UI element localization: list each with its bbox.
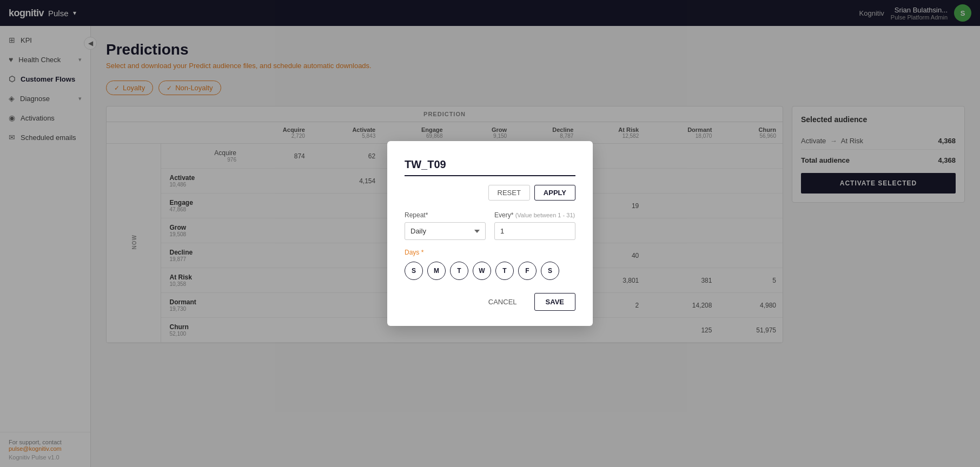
days-section: Days * S M T W T F S [405, 249, 575, 280]
day-button-sun[interactable]: S [405, 262, 423, 280]
apply-button[interactable]: APPLY [534, 185, 575, 201]
every-input[interactable] [494, 222, 575, 240]
day-button-thu[interactable]: T [495, 262, 514, 280]
repeat-select[interactable]: Daily Weekly Monthly [405, 222, 486, 240]
form-group-every: Every* (Value between 1 - 31) [494, 211, 575, 240]
day-button-fri[interactable]: F [518, 262, 537, 280]
days-label: Days * [405, 249, 575, 256]
days-buttons: S M T W T F S [405, 262, 575, 280]
modal-footer: CANCEL SAVE [405, 293, 575, 311]
day-button-wed[interactable]: W [473, 262, 491, 280]
day-button-mon[interactable]: M [427, 262, 446, 280]
reset-button[interactable]: RESET [488, 185, 530, 201]
modal-actions-top: RESET APPLY [405, 185, 575, 201]
form-group-repeat: Repeat* Daily Weekly Monthly [405, 211, 486, 240]
modal-overlay[interactable]: RESET APPLY Repeat* Daily Weekly Monthly… [0, 0, 980, 467]
modal-title-input[interactable] [405, 156, 575, 176]
every-label: Every* (Value between 1 - 31) [494, 211, 575, 219]
save-button[interactable]: SAVE [534, 293, 575, 311]
form-row-repeat-every: Repeat* Daily Weekly Monthly Every* (Val… [405, 211, 575, 240]
day-button-sat[interactable]: S [541, 262, 559, 280]
repeat-label: Repeat* [405, 211, 486, 219]
cancel-button[interactable]: CANCEL [478, 293, 528, 311]
schedule-modal: RESET APPLY Repeat* Daily Weekly Monthly… [387, 141, 593, 326]
day-button-tue[interactable]: T [450, 262, 468, 280]
